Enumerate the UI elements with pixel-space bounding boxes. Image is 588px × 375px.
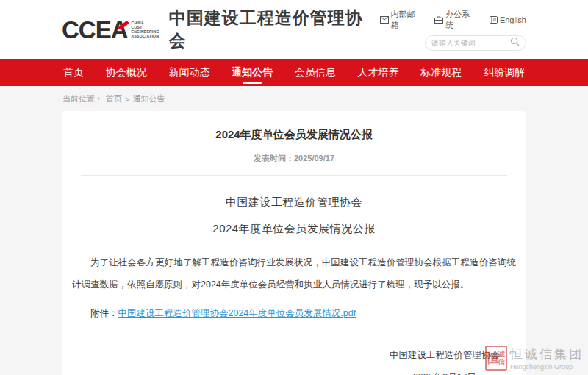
breadcrumb: 当前位置： 首页 > 通知公告 [62,93,588,105]
nav-item-about[interactable]: 协会概况 [104,59,148,86]
search-input[interactable] [431,39,510,47]
attachment-row: 附件：中国建设工程造价管理协会2024年度单位会员发展情况.pdf [72,307,516,320]
doc-paragraph: 为了让社会各方更好地了解工程造价咨询行业发展状况，中国建设工程造价管理协会根据工… [72,251,516,296]
main-nav: 首页 协会概况 新闻动态 通知公告 会员信息 人才培养 标准规程 纠纷调解 [0,59,588,86]
attachment-pdf-link[interactable]: 中国建设工程造价管理协会2024年度单位会员发展情况.pdf [118,308,356,318]
doc-heading-org: 中国建设工程造价管理协会 [62,196,526,210]
search-box[interactable] [425,35,526,51]
mail-icon [380,16,389,24]
breadcrumb-prefix: 当前位置： [62,93,103,104]
briefcase-icon [434,16,443,24]
article-title: 2024年度单位会员发展情况公报 [62,111,526,142]
search-icon[interactable] [510,36,520,49]
utility-links: 内部邮箱 办公系统 English [380,9,526,31]
breadcrumb-home-link[interactable]: 首页 [106,93,122,104]
watermark-name: 恒诚信集团 [510,346,584,362]
internal-mail-link[interactable]: 内部邮箱 [380,9,423,31]
nav-item-notices[interactable]: 通知公告 [230,59,274,86]
hengchengxin-watermark: 恒 诚 信 恒诚信集团 Hengchengxin Group [485,346,584,371]
book-icon [490,16,498,24]
publish-time: 发表时间：2025/09/17 [62,153,526,164]
attachment-label: 附件： [90,308,118,318]
doc-heading-title: 2024年度单位会员发展情况公报 [62,222,526,236]
logo-subtext: CHINA COST ENGINEERING ASSOCIATION [132,21,159,38]
nav-item-dispute[interactable]: 纠纷调解 [482,59,526,86]
office-system-link[interactable]: 办公系统 [434,9,478,31]
breadcrumb-separator: > [125,95,129,104]
site-header: CCEA CHINA COST ENGINEERING ASSOCIATION … [0,0,588,59]
english-link[interactable]: English [490,9,526,31]
title-divider [81,175,507,176]
breadcrumb-current: 通知公告 [132,93,165,104]
site-title: 中国建设工程造价管理协会 [169,7,380,52]
watermark-name-en: Hengchengxin Group [510,363,584,371]
signature-org: 中国建设工程造价管理协会 [390,349,500,362]
nav-item-members[interactable]: 会员信息 [293,59,337,86]
nav-item-training[interactable]: 人才培养 [356,59,401,86]
signature-block: 中国建设工程造价管理协会 2025年9月17日 [390,349,500,375]
site-logo[interactable]: CCEA CHINA COST ENGINEERING ASSOCIATION … [62,7,380,52]
nav-item-news[interactable]: 新闻动态 [167,59,211,86]
nav-item-home[interactable]: 首页 [62,59,85,86]
signature-date: 2025年9月17日 [413,371,476,375]
red-seal-icon: 恒 诚 信 [485,346,507,371]
nav-item-standards[interactable]: 标准规程 [419,59,463,86]
watermark-text: 恒诚信集团 Hengchengxin Group [510,346,584,371]
logo-acronym: CCEA [62,18,128,42]
article-card: 2024年度单位会员发展情况公报 发表时间：2025/09/17 中国建设工程造… [62,111,526,375]
